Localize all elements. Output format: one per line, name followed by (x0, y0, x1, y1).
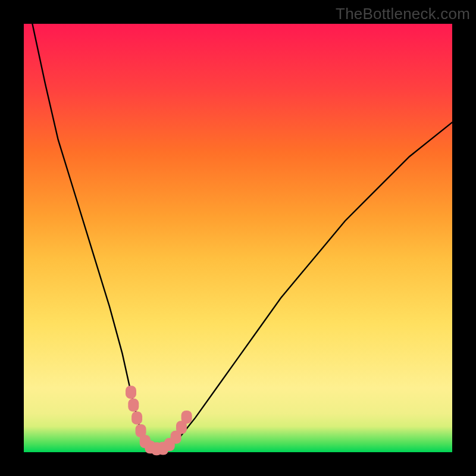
chart-frame: TheBottleneck.com (0, 0, 476, 476)
chart-svg (24, 24, 452, 452)
watermark-text: TheBottleneck.com (336, 5, 470, 23)
curve-marker (128, 399, 139, 412)
curve-markers (126, 386, 192, 455)
curve-marker (131, 411, 142, 424)
curve-marker (181, 411, 192, 424)
bottleneck-curve (32, 24, 452, 452)
curve-marker (126, 386, 136, 399)
